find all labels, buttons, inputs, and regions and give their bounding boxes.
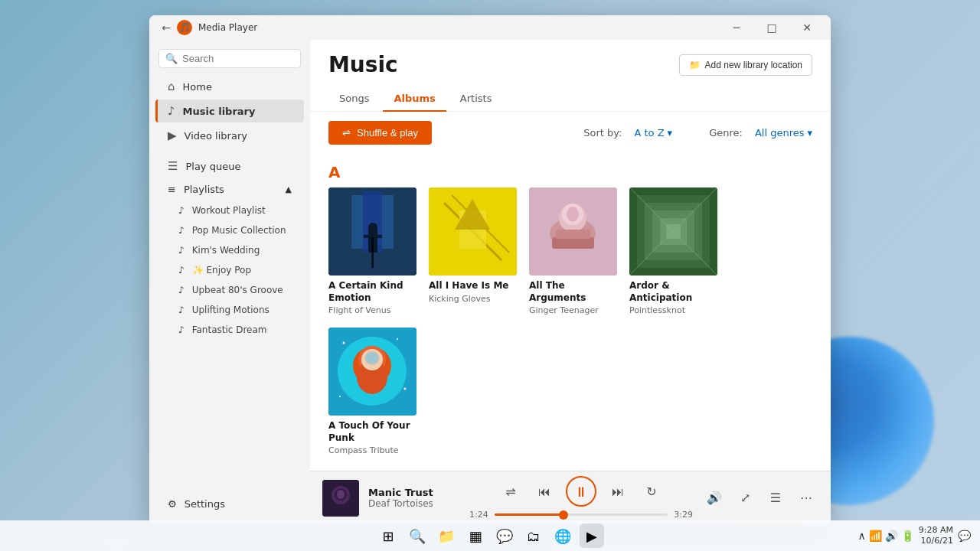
shuffle-control-button[interactable]: ⇌ <box>498 479 523 504</box>
folder-taskbar-button[interactable]: 🗂 <box>521 523 546 548</box>
close-button[interactable]: ✕ <box>789 15 825 40</box>
playlist-icon-uplifting: ♪ <box>178 305 185 315</box>
play-pause-button[interactable]: ⏸ <box>566 476 596 507</box>
sidebar-item-play-queue[interactable]: ☰ Play queue <box>155 155 304 178</box>
playlists-label: Playlists <box>184 184 224 195</box>
album-title-a-certain-kind: A Certain Kind Emotion <box>328 280 416 304</box>
progress-thumb <box>559 510 568 520</box>
sidebar-playlist-enjoy-pop[interactable]: ♪ ✨ Enjoy Pop <box>155 261 304 279</box>
battery-icon: 🔋 <box>901 530 914 542</box>
taskbar: ⊞ 🔍 📁 ▦ 💬 🗂 🌐 ▶ ∧ 📶 🔊 🔋 9:28 AM 10/6/21 … <box>0 520 980 551</box>
back-button[interactable]: ← <box>155 17 177 38</box>
genre-label: Genre: <box>709 127 743 139</box>
next-button[interactable]: ⏭ <box>606 479 630 504</box>
taskbar-center: ⊞ 🔍 📁 ▦ 💬 🗂 🌐 ▶ <box>376 523 604 548</box>
playlist-icon-upbeat: ♪ <box>178 285 185 295</box>
album-cover-a-touch <box>328 328 416 416</box>
start-button[interactable]: ⊞ <box>376 523 400 548</box>
now-playing-bar: Manic Trust Deaf Tortoises ⇌ ⏮ ⏸ ⏭ ↻ 1:2… <box>310 471 831 524</box>
album-a-touch[interactable]: A Touch Of Your Punk Compass Tribute <box>328 328 416 455</box>
minimize-button[interactable]: ─ <box>719 15 754 40</box>
progress-track[interactable] <box>495 514 668 516</box>
previous-button[interactable]: ⏮ <box>532 479 557 504</box>
sidebar-playlist-uplifting[interactable]: ♪ Uplifting Motions <box>155 301 304 319</box>
settings-label: Settings <box>185 498 225 510</box>
taskbar-right: ∧ 📶 🔊 🔋 9:28 AM 10/6/21 💬 <box>858 525 971 547</box>
tab-songs-label: Songs <box>339 93 369 104</box>
media-player-window: ← 🎵 Media Player ─ □ ✕ 🔍 ⌂ Home ♪ Music … <box>149 15 831 524</box>
album-all-the-arguments[interactable]: All The Arguments Ginger Teenager <box>529 187 617 315</box>
teams-taskbar-button[interactable]: 💬 <box>492 523 517 548</box>
playback-controls: ⇌ ⏮ ⏸ ⏭ ↻ <box>498 476 664 507</box>
section-a-letter: A <box>328 163 812 181</box>
sidebar-playlist-fantastic[interactable]: ♪ Fantastic Dream <box>155 321 304 339</box>
taskbar-time: 9:28 AM <box>919 525 953 536</box>
svg-point-42 <box>339 396 341 397</box>
add-library-button[interactable]: 📁 Add new library location <box>679 54 812 76</box>
sidebar-playlist-workout[interactable]: ♪ Workout Playlist <box>155 201 304 220</box>
taskbar-clock[interactable]: 9:28 AM 10/6/21 <box>919 525 953 547</box>
album-title-a-touch: A Touch Of Your Punk <box>328 420 416 444</box>
svg-point-41 <box>404 388 407 390</box>
album-all-i-have[interactable]: All I Have Is Me Kicking Gloves <box>429 187 517 315</box>
search-icon: 🔍 <box>165 53 178 64</box>
playlist-upbeat-label: Upbeat 80's Groove <box>192 285 283 295</box>
tab-songs[interactable]: Songs <box>328 86 380 112</box>
maximize-button[interactable]: □ <box>754 15 789 40</box>
window-body: 🔍 ⌂ Home ♪ Music library ▶ Video library… <box>149 40 831 524</box>
search-input[interactable] <box>182 53 294 64</box>
shuffle-play-button[interactable]: ⇌ Shuffle & play <box>328 121 432 145</box>
progress-fill <box>495 514 564 516</box>
playlist-icon-wedding: ♪ <box>178 245 185 256</box>
volume-tray-icon[interactable]: 🔊 <box>885 530 898 542</box>
add-library-label: Add new library location <box>705 60 802 70</box>
titlebar: ← 🎵 Media Player ─ □ ✕ <box>149 15 831 40</box>
repeat-button[interactable]: ↻ <box>639 479 664 504</box>
sidebar-playlist-pop-collection[interactable]: ♪ Pop Music Collection <box>155 221 304 240</box>
svg-point-40 <box>397 338 398 340</box>
album-a-certain-kind[interactable]: A Certain Kind Emotion Flight of Venus <box>328 187 416 315</box>
playlists-section-header[interactable]: ≡ Playlists ▲ <box>155 179 304 200</box>
sort-value: A to Z <box>634 127 664 139</box>
volume-button[interactable]: 🔊 <box>702 486 727 510</box>
search-box[interactable]: 🔍 <box>158 49 301 68</box>
albums-area: A <box>310 154 831 471</box>
main-content: Music 📁 Add new library location Songs A… <box>310 40 831 524</box>
more-options-button[interactable]: ⋯ <box>794 486 818 510</box>
sidebar-item-settings[interactable]: ⚙ Settings <box>155 494 304 514</box>
media-player-taskbar-button[interactable]: ▶ <box>580 523 604 548</box>
home-icon: ⌂ <box>168 80 175 93</box>
now-playing-artist: Deaf Tortoises <box>368 498 460 509</box>
svg-point-4 <box>368 223 377 232</box>
tab-artists[interactable]: Artists <box>449 86 503 112</box>
settings-icon: ⚙ <box>168 498 177 510</box>
playlist-fantastic-label: Fantastic Dream <box>192 324 267 335</box>
album-title-ardor: Ardor & Anticipation <box>629 280 717 304</box>
widgets-taskbar-button[interactable]: ▦ <box>463 523 488 548</box>
playlist-uplifting-label: Uplifting Motions <box>192 305 270 315</box>
sidebar-item-home[interactable]: ⌂ Home <box>155 75 304 98</box>
sidebar-item-music-library[interactable]: ♪ Music library <box>155 99 304 122</box>
playlist-icon-enjoy: ♪ <box>178 265 185 276</box>
sort-dropdown[interactable]: A to Z ▾ <box>634 127 672 139</box>
search-taskbar-button[interactable]: 🔍 <box>405 523 430 548</box>
miniplayer-button[interactable]: ⤢ <box>733 486 757 510</box>
chevron-up-tray-icon[interactable]: ∧ <box>858 530 866 542</box>
sidebar-item-video-library-label: Video library <box>185 130 247 142</box>
file-explorer-taskbar-button[interactable]: 📁 <box>434 523 459 548</box>
now-playing-album-art <box>322 480 359 517</box>
sidebar-playlist-kims-wedding[interactable]: ♪ Kim's Wedding <box>155 241 304 259</box>
shuffle-play-label: Shuffle & play <box>357 127 418 139</box>
album-ardor[interactable]: Ardor & Anticipation Pointlessknot <box>629 187 717 315</box>
genre-dropdown[interactable]: All genres ▾ <box>755 127 812 139</box>
sidebar-bottom: ⚙ Settings <box>149 493 310 518</box>
content-header-top: Music 📁 Add new library location <box>328 52 812 77</box>
sidebar-item-video-library[interactable]: ▶ Video library <box>155 124 304 147</box>
sidebar-playlist-upbeat-groove[interactable]: ♪ Upbeat 80's Groove <box>155 281 304 299</box>
content-tabs: Songs Albums Artists <box>328 86 812 111</box>
notification-icon[interactable]: 💬 <box>958 530 971 542</box>
wifi-icon: 📶 <box>869 530 882 542</box>
edge-taskbar-button[interactable]: 🌐 <box>550 523 575 548</box>
tab-albums[interactable]: Albums <box>383 86 446 112</box>
queue-button[interactable]: ☰ <box>763 486 788 510</box>
